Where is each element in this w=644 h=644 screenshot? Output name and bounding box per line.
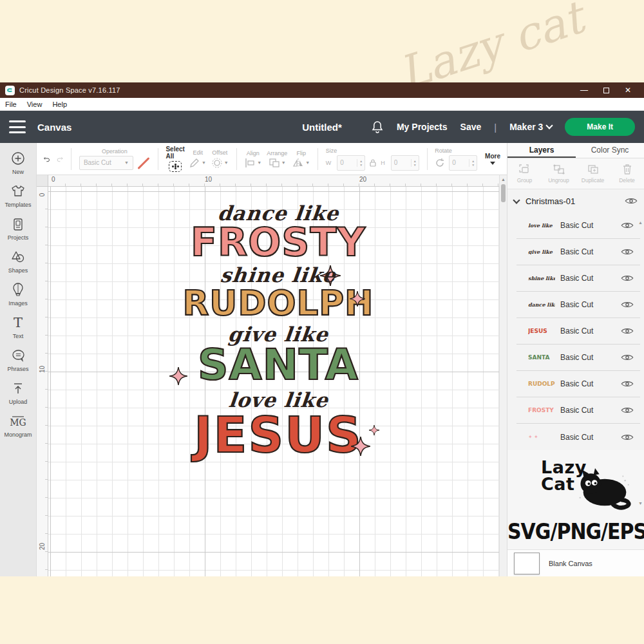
- visibility-eye-icon[interactable]: [621, 379, 634, 388]
- blank-canvas-swatch[interactable]: [514, 553, 540, 574]
- layer-row[interactable]: SANTA Basic Cut: [516, 345, 640, 371]
- delete-button[interactable]: Delete: [610, 158, 644, 189]
- edit-toolbar: Operation Basic Cut▼ Select All Edit ▼: [37, 143, 507, 175]
- sidebar-item-text[interactable]: T Text: [0, 315, 36, 339]
- arrange-button[interactable]: Arrange ▼: [267, 150, 287, 168]
- sidebar-item-monogram[interactable]: MG Monogram: [0, 413, 36, 438]
- minimize-button[interactable]: —: [573, 82, 595, 98]
- design-line-shine-like[interactable]: shine like: [220, 265, 337, 285]
- layer-row[interactable]: give like Basic Cut: [516, 239, 640, 265]
- menu-help[interactable]: Help: [52, 100, 67, 108]
- operation-color-swatch[interactable]: [137, 156, 150, 169]
- visibility-eye-icon[interactable]: [621, 300, 634, 309]
- redo-icon[interactable]: [56, 153, 64, 166]
- bell-icon[interactable]: [371, 120, 384, 134]
- more-button[interactable]: More: [485, 153, 500, 165]
- tab-color-sync[interactable]: Color Sync: [576, 143, 644, 158]
- visibility-eye-icon[interactable]: [621, 221, 634, 230]
- sidebar-item-shapes[interactable]: Shapes: [0, 249, 36, 274]
- collapse-chevron-icon[interactable]: [513, 196, 520, 204]
- panel-scroll-up-icon[interactable]: ▲: [638, 220, 643, 225]
- sparkle-icon: [169, 367, 187, 385]
- sidebar-item-images[interactable]: Images: [0, 282, 36, 307]
- lock-icon[interactable]: [369, 158, 377, 167]
- design-line-santa[interactable]: SANTA: [198, 346, 359, 385]
- rotate-stepper[interactable]: ▲▼: [469, 159, 477, 167]
- layer-row[interactable]: shine like Basic Cut: [516, 265, 640, 292]
- rotate-icon[interactable]: [435, 158, 445, 168]
- svg-text:MG: MG: [10, 417, 26, 428]
- duplicate-button[interactable]: Duplicate: [576, 158, 610, 189]
- layer-row[interactable]: ✦ ✦ Basic Cut: [516, 424, 640, 450]
- width-field[interactable]: ▲▼: [337, 155, 365, 171]
- sparkle-icon: [351, 437, 370, 456]
- header-divider: |: [494, 122, 497, 133]
- design-line-dance-like[interactable]: dance like: [216, 204, 340, 223]
- layer-row[interactable]: RUDOLPH Basic Cut: [516, 371, 640, 397]
- speech-bubble-icon: [11, 348, 26, 363]
- machine-selector[interactable]: Maker 3: [509, 122, 552, 132]
- hamburger-menu-icon[interactable]: [9, 120, 26, 133]
- height-stepper[interactable]: ▲▼: [411, 159, 419, 167]
- undo-icon[interactable]: [43, 153, 51, 166]
- visibility-eye-icon[interactable]: [621, 353, 634, 362]
- offset-button[interactable]: Offset ▼: [211, 149, 229, 169]
- sidebar-item-projects[interactable]: Projects: [0, 216, 36, 241]
- layer-row[interactable]: love like Basic Cut: [516, 213, 640, 239]
- flip-button[interactable]: Flip ▼: [292, 150, 310, 168]
- panel-scroll-down-icon[interactable]: ▼: [638, 501, 643, 506]
- height-field[interactable]: ▲▼: [391, 155, 419, 171]
- select-all-button[interactable]: Select All: [166, 146, 184, 172]
- trash-icon: [622, 164, 632, 175]
- ungroup-icon: [553, 164, 565, 175]
- align-icon: [244, 158, 256, 168]
- layer-row[interactable]: FROSTY Basic Cut: [516, 397, 640, 424]
- visibility-eye-icon[interactable]: [621, 433, 634, 442]
- sidebar-item-upload[interactable]: Upload: [0, 381, 36, 405]
- design-line-give-like[interactable]: give like: [227, 325, 329, 345]
- shapes-icon: [10, 249, 26, 265]
- visibility-eye-icon[interactable]: [625, 196, 638, 205]
- group-button[interactable]: Group: [507, 158, 542, 189]
- sidebar-item-templates[interactable]: Templates: [0, 184, 36, 208]
- operation-select[interactable]: Basic Cut▼: [79, 156, 133, 170]
- width-stepper[interactable]: ▲▼: [357, 159, 365, 167]
- layer-row[interactable]: dance like Basic Cut: [516, 292, 640, 318]
- sidebar-item-new[interactable]: New: [0, 151, 36, 175]
- design-line-love-like[interactable]: love like: [227, 390, 329, 410]
- duplicate-icon: [587, 164, 600, 175]
- scroll-up-icon[interactable]: ▲: [501, 177, 506, 182]
- design-group[interactable]: dance like FROSTY shine like RUDOLPH giv…: [191, 204, 365, 458]
- arrange-icon: [269, 158, 280, 168]
- ungroup-button[interactable]: Ungroup: [542, 158, 576, 189]
- save-link[interactable]: Save: [460, 122, 482, 132]
- make-it-button[interactable]: Make It: [565, 118, 635, 136]
- cricut-logo-icon: [5, 86, 15, 95]
- scrollbar-thumb[interactable]: [501, 184, 506, 202]
- maximize-button[interactable]: [595, 82, 617, 98]
- design-line-rudolph[interactable]: RUDOLPH: [183, 288, 374, 319]
- horizontal-ruler: 0 10 20: [48, 175, 499, 187]
- visibility-eye-icon[interactable]: [621, 274, 634, 283]
- app-header: Canvas Untitled* My Projects Save | Make…: [0, 111, 644, 143]
- visibility-eye-icon[interactable]: [621, 406, 634, 415]
- edit-button[interactable]: Edit ▼: [190, 149, 206, 169]
- rotate-field[interactable]: ▲▼: [449, 155, 477, 171]
- tab-layers[interactable]: Layers: [507, 143, 576, 158]
- my-projects-link[interactable]: My Projects: [397, 122, 448, 132]
- menu-file[interactable]: File: [5, 100, 17, 108]
- sidebar-item-phrases[interactable]: Phrases: [0, 348, 36, 372]
- canvas-workspace[interactable]: dance like FROSTY shine like RUDOLPH giv…: [48, 187, 499, 576]
- sparkle-icon: [350, 291, 365, 307]
- design-line-jesus[interactable]: JESUS: [194, 413, 362, 458]
- visibility-eye-icon[interactable]: [621, 247, 634, 256]
- layer-row[interactable]: JESUS Basic Cut: [516, 318, 640, 345]
- visibility-eye-icon[interactable]: [621, 327, 634, 336]
- canvas-vertical-scrollbar[interactable]: ▲: [499, 175, 507, 576]
- menu-view[interactable]: View: [27, 100, 43, 108]
- blank-canvas-row[interactable]: Blank Canvas: [507, 549, 644, 576]
- layer-group-header[interactable]: Christmas-01: [507, 189, 644, 213]
- align-button[interactable]: Align ▼: [244, 150, 261, 168]
- design-line-frosty[interactable]: FROSTY: [191, 225, 366, 260]
- close-button[interactable]: ✕: [617, 82, 639, 98]
